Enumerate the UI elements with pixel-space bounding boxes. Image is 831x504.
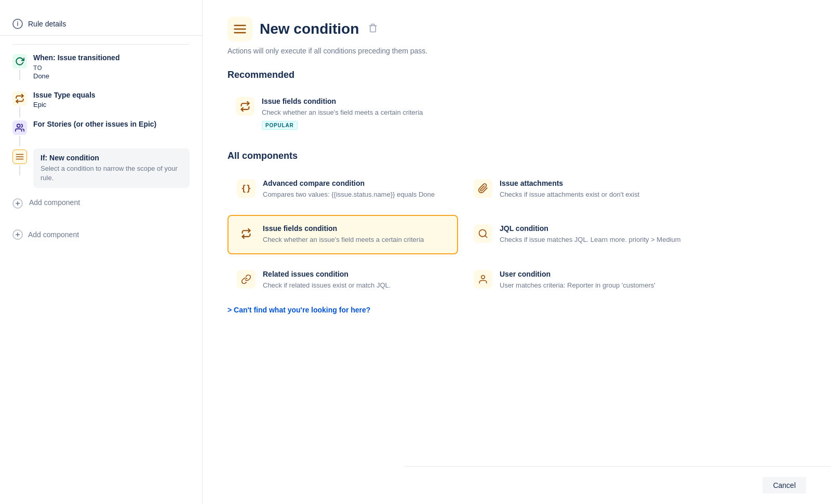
vline-1 bbox=[19, 70, 20, 80]
condition-text: Issue Type equals Epic bbox=[33, 90, 190, 117]
sidebar: i Rule details When: Issue transition bbox=[0, 0, 203, 504]
if-block: If: New condition Select a condition to … bbox=[33, 148, 190, 188]
issue-fields-body: Issue fields condition Check whether an … bbox=[263, 224, 449, 245]
advanced-compare-body: Advanced compare condition Compares two … bbox=[263, 179, 449, 200]
advanced-compare-desc: Compares two values: {{issue.status.name… bbox=[263, 189, 449, 200]
popular-badge: POPULAR bbox=[262, 121, 298, 130]
issue-fields-desc: Check whether an issue's field meets a c… bbox=[263, 235, 449, 245]
for-icon bbox=[12, 120, 27, 135]
issue-attachments-title: Issue attachments bbox=[500, 179, 686, 187]
recommended-card-title: Issue fields condition bbox=[262, 97, 437, 105]
when-value: Done bbox=[33, 72, 190, 80]
condition-icon bbox=[12, 91, 27, 106]
find-more-link[interactable]: > Can't find what you're looking for her… bbox=[227, 306, 806, 314]
find-more-text: > Can't find what you're looking for her… bbox=[227, 306, 370, 314]
sidebar-step-when: When: Issue transitioned TO Done bbox=[12, 53, 190, 88]
step-icon-col-when bbox=[12, 53, 27, 80]
add-component-bottom-label: Add component bbox=[28, 230, 79, 239]
sidebar-step-condition: Issue Type equals Epic bbox=[12, 90, 190, 117]
user-condition-icon bbox=[474, 270, 492, 289]
related-issues-body: Related issues condition Check if relate… bbox=[263, 270, 449, 291]
step-icon-col-for bbox=[12, 119, 27, 146]
step-icon-col-if bbox=[12, 148, 27, 175]
recommended-card[interactable]: Issue fields condition Check whether an … bbox=[227, 89, 446, 138]
issue-attachments-desc: Checks if issue attachments exist or don… bbox=[500, 189, 686, 200]
if-block-title: If: New condition bbox=[41, 154, 182, 162]
recommended-card-body: Issue fields condition Check whether an … bbox=[262, 97, 437, 130]
recommended-section: Recommended Issue fields condition Check… bbox=[227, 70, 806, 138]
jql-condition-body: JQL condition Checks if issue matches JQ… bbox=[500, 224, 686, 245]
sidebar-steps: When: Issue transitioned TO Done bbox=[0, 53, 202, 217]
step-icon-col-condition bbox=[12, 90, 27, 117]
for-text: For Stories (or other issues in Epic) bbox=[33, 119, 190, 138]
rule-details-label: Rule details bbox=[28, 20, 66, 28]
footer: Cancel bbox=[405, 466, 831, 504]
page-header: New condition bbox=[227, 17, 806, 42]
when-subtitle: TO bbox=[33, 64, 190, 72]
vline-4 bbox=[19, 165, 20, 175]
advanced-compare-icon: {} bbox=[237, 179, 256, 198]
page-title: New condition bbox=[260, 21, 359, 37]
jql-condition-desc: Checks if issue matches JQL. Learn more.… bbox=[500, 235, 686, 245]
info-icon: i bbox=[12, 19, 23, 29]
related-issues-title: Related issues condition bbox=[263, 270, 449, 278]
card-issue-fields[interactable]: Issue fields condition Check whether an … bbox=[227, 215, 458, 254]
svg-point-13 bbox=[481, 275, 485, 279]
sidebar-add-component-inner[interactable]: Add component bbox=[12, 198, 190, 215]
page-icon bbox=[227, 17, 252, 42]
add-component-inner-label: Add component bbox=[29, 198, 80, 215]
user-condition-title: User condition bbox=[500, 270, 686, 278]
main-content: New condition Actions will only execute … bbox=[203, 0, 831, 370]
related-issues-desc: Check if related issues exist or match J… bbox=[263, 280, 449, 291]
all-components-section: All components {} Advanced compare condi… bbox=[227, 151, 806, 300]
recommended-card-icon bbox=[236, 97, 254, 116]
related-issues-icon bbox=[237, 270, 256, 289]
issue-fields-icon bbox=[237, 224, 256, 243]
card-jql-condition[interactable]: JQL condition Checks if issue matches JQ… bbox=[464, 215, 695, 254]
if-text: If: New condition Select a condition to … bbox=[33, 148, 190, 196]
issue-fields-title: Issue fields condition bbox=[263, 224, 449, 233]
components-grid: {} Advanced compare condition Compares t… bbox=[227, 170, 695, 300]
issue-attachments-icon bbox=[474, 179, 492, 198]
sidebar-add-component-bottom[interactable]: Add component bbox=[0, 223, 202, 246]
add-component-inner-text: Add component bbox=[29, 198, 80, 207]
user-condition-body: User condition User matches criteria: Re… bbox=[500, 270, 686, 291]
recommended-title: Recommended bbox=[227, 70, 806, 80]
vline-3 bbox=[19, 136, 20, 146]
vline-2 bbox=[19, 107, 20, 117]
condition-title: Issue Type equals bbox=[33, 90, 190, 101]
issue-attachments-body: Issue attachments Checks if issue attach… bbox=[500, 179, 686, 200]
when-text: When: Issue transitioned TO Done bbox=[33, 53, 190, 88]
when-title: When: Issue transitioned bbox=[33, 53, 190, 63]
if-icon bbox=[12, 149, 27, 164]
card-advanced-compare[interactable]: {} Advanced compare condition Compares t… bbox=[227, 170, 458, 209]
add-inner-icon-col bbox=[12, 198, 23, 209]
cancel-button[interactable]: Cancel bbox=[762, 477, 806, 494]
card-issue-attachments[interactable]: Issue attachments Checks if issue attach… bbox=[464, 170, 695, 209]
all-components-title: All components bbox=[227, 151, 806, 161]
jql-condition-icon bbox=[474, 224, 492, 243]
svg-line-12 bbox=[485, 236, 487, 238]
sidebar-step-for: For Stories (or other issues in Epic) bbox=[12, 119, 190, 146]
recommended-card-desc: Check whether an issue's field meets a c… bbox=[262, 107, 437, 118]
when-icon bbox=[12, 54, 27, 69]
trash-icon[interactable] bbox=[368, 23, 378, 35]
if-block-desc: Select a condition to narrow the scope o… bbox=[41, 164, 182, 183]
sidebar-divider bbox=[12, 44, 190, 45]
add-circle-inner bbox=[12, 198, 23, 209]
user-condition-desc: User matches criteria: Reporter in group… bbox=[500, 280, 686, 291]
jql-condition-title: JQL condition bbox=[500, 224, 686, 233]
card-related-issues[interactable]: Related issues condition Check if relate… bbox=[227, 261, 458, 300]
rule-details-row[interactable]: i Rule details bbox=[0, 12, 202, 36]
sidebar-step-if: If: New condition Select a condition to … bbox=[12, 148, 190, 196]
svg-point-0 bbox=[17, 124, 20, 127]
advanced-compare-title: Advanced compare condition bbox=[263, 179, 449, 187]
for-title: For Stories (or other issues in Epic) bbox=[33, 119, 190, 130]
condition-value: Epic bbox=[33, 101, 190, 108]
add-circle-bottom bbox=[12, 229, 23, 240]
page-subtitle: Actions will only execute if all conditi… bbox=[227, 47, 806, 55]
card-user-condition[interactable]: User condition User matches criteria: Re… bbox=[464, 261, 695, 300]
